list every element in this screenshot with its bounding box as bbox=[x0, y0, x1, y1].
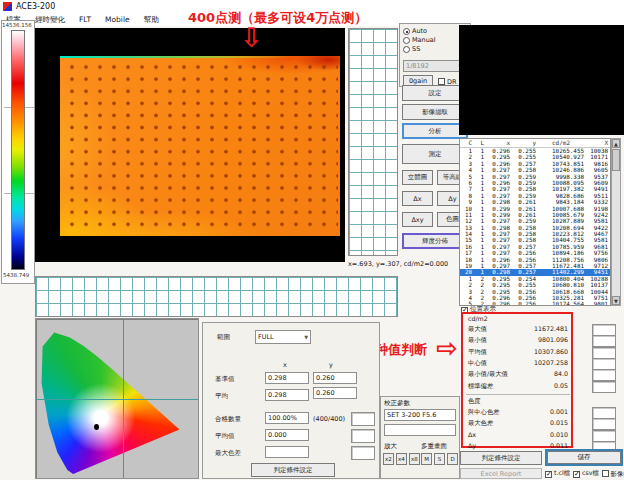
average-y-value: 0.260 bbox=[316, 389, 335, 397]
lum-indicator-box bbox=[592, 358, 616, 370]
radio-row-SS[interactable]: SS bbox=[403, 44, 467, 53]
chroma-stat-row: 最大色差0.015 bbox=[468, 419, 568, 428]
max-color-diff-label: 最大色差 bbox=[215, 449, 241, 458]
range-label: 範圍 bbox=[217, 333, 230, 342]
chroma-stat-row: Δx0.010 bbox=[468, 431, 568, 438]
cie-crosshair-horizontal bbox=[36, 399, 198, 400]
app-icon bbox=[3, 2, 12, 11]
lum-indicator-box bbox=[592, 381, 616, 393]
zoom-label: 放大 bbox=[384, 442, 397, 451]
lum-stat-row: 標準偏差0.05 bbox=[468, 382, 568, 391]
dr-checkbox[interactable] bbox=[438, 78, 445, 85]
file-checkbox[interactable] bbox=[602, 470, 609, 477]
average-x-value: 0.298 bbox=[268, 391, 287, 399]
calibration-header: 校正參數 bbox=[384, 399, 410, 408]
menu-item-Mobile[interactable]: Mobile bbox=[103, 15, 132, 24]
cie-diagram[interactable] bbox=[35, 318, 199, 479]
lum-indicator-box bbox=[592, 335, 616, 347]
column-header-C: C bbox=[460, 139, 474, 147]
radio-label-manual: Manual bbox=[412, 36, 436, 44]
judge-condition-button[interactable]: 判定條件設定 bbox=[460, 451, 542, 465]
average-x-field[interactable]: 0.298 bbox=[265, 389, 309, 401]
calibration-value-field[interactable]: SET 3-200 F5.6 bbox=[384, 409, 456, 421]
stat-label: 最小值/最大值 bbox=[468, 370, 508, 379]
file-check-csv檔[interactable]: ✓csv檔 bbox=[573, 469, 599, 479]
lum-stat-row: 最小值9801.096 bbox=[468, 336, 568, 345]
stat-label: Δx bbox=[468, 431, 476, 438]
radio-manual[interactable] bbox=[403, 37, 410, 44]
column-header-L: L bbox=[474, 139, 486, 147]
measurement-table[interactable]: CLxycd/m2X 110.2960.25510265.45510038210… bbox=[459, 138, 611, 306]
pass-percent-field: 100.00% bbox=[265, 412, 309, 424]
save-button[interactable]: 儲存 bbox=[547, 451, 621, 464]
menu-item-經時變化[interactable]: 經時變化 bbox=[33, 15, 67, 25]
delta-xy-button[interactable]: Δxy bbox=[402, 212, 433, 227]
lum-stat-row: 中心值10207.258 bbox=[468, 359, 568, 368]
stat-value: 0.015 bbox=[550, 419, 568, 428]
stat-value: 11672.481 bbox=[534, 325, 568, 334]
average-y-field[interactable]: 0.260 bbox=[313, 387, 357, 399]
annotation-400-points: 400点测（最多可设4万点测） bbox=[188, 9, 367, 27]
file-check-影像檔[interactable]: 影像檔 bbox=[602, 469, 624, 479]
pass-indicator-box bbox=[351, 412, 375, 426]
shutter-select[interactable]: 1/8192 ▼ bbox=[403, 60, 465, 72]
reference-x-field[interactable]: 0.298 bbox=[265, 372, 309, 384]
lum-stat-row: 最大值11672.481 bbox=[468, 325, 568, 334]
stat-value: 0.010 bbox=[550, 431, 568, 438]
stats-annotation-box: cd/m2最大值11672.481最小值9801.096平均值10307.860… bbox=[461, 312, 573, 448]
file-format-checkboxes: ✓t.cl檔✓csv檔影像檔 bbox=[545, 469, 624, 479]
multi-screen-S-button[interactable]: S bbox=[434, 453, 445, 465]
chevron-down-icon: ▼ bbox=[304, 334, 308, 340]
scrollbar-thumb[interactable] bbox=[612, 149, 620, 171]
menu-item-幫助[interactable]: 幫助 bbox=[142, 15, 161, 25]
radio-auto[interactable] bbox=[403, 28, 410, 35]
radio-row-Auto[interactable]: Auto bbox=[403, 26, 467, 35]
zoom-x4-button[interactable]: x4 bbox=[396, 453, 407, 465]
judgement-indicator-column bbox=[592, 312, 616, 452]
zoom-x2-button[interactable]: x2 bbox=[383, 453, 394, 465]
calibration-empty-field[interactable] bbox=[384, 424, 456, 436]
table-cell: 10174.564 bbox=[538, 301, 586, 306]
file-checkbox[interactable]: ✓ bbox=[545, 471, 552, 478]
right-arrow-icon: ⇨ bbox=[436, 333, 458, 363]
app-window: ACE3-200 檔案經時變化FLTMobile幫助 14536.156 543… bbox=[0, 0, 624, 480]
chroma-stat-row: 與中心色差0.001 bbox=[468, 408, 568, 417]
table-scrollbar[interactable]: ▲ ▼ bbox=[611, 138, 621, 306]
range-value: FULL bbox=[258, 333, 274, 341]
vertical-profile-grid bbox=[348, 28, 398, 256]
radio-ss[interactable] bbox=[403, 46, 410, 53]
zoom-x8-button[interactable]: x8 bbox=[409, 453, 420, 465]
lum-section-header: cd/m2 bbox=[468, 315, 488, 322]
file-check-label: csv檔 bbox=[582, 469, 599, 476]
stats-divider bbox=[466, 394, 570, 395]
stat-label: 與中心色差 bbox=[468, 408, 499, 417]
stat-label: 最大值 bbox=[468, 325, 487, 334]
reference-y-field[interactable]: 0.260 bbox=[313, 372, 357, 384]
mean-value: 0.000 bbox=[268, 431, 287, 439]
lum-indicator-box bbox=[592, 324, 616, 336]
file-check-t.cl檔[interactable]: ✓t.cl檔 bbox=[545, 469, 570, 479]
table-header: CLxycd/m2X bbox=[460, 139, 610, 148]
window-title: ACE3-200 bbox=[16, 2, 55, 11]
judge-settings-button[interactable]: 判定條件設定 bbox=[251, 463, 335, 477]
excel-report-button[interactable]: Excel Report bbox=[460, 468, 542, 479]
stereo-button[interactable]: 立體圖 bbox=[402, 170, 433, 185]
file-checkbox[interactable]: ✓ bbox=[573, 471, 580, 478]
radio-row-Manual[interactable]: Manual bbox=[403, 35, 467, 44]
table-body[interactable]: 110.2960.25510265.45510038210.2950.25510… bbox=[460, 148, 610, 306]
scroll-down-icon[interactable]: ▼ bbox=[612, 296, 620, 305]
multi-screen-D-button[interactable]: D bbox=[447, 453, 458, 465]
measurement-view[interactable] bbox=[35, 28, 345, 262]
max-color-diff-field bbox=[265, 446, 309, 458]
chroma-stat-row: Δy0.011 bbox=[468, 442, 568, 449]
range-select[interactable]: FULL ▼ bbox=[255, 330, 311, 344]
multi-screen-label: 多重畫面 bbox=[421, 442, 447, 451]
column-header-X: X bbox=[586, 139, 610, 147]
menu-item-FLT[interactable]: FLT bbox=[77, 15, 93, 24]
mean-value-field: 0.000 bbox=[265, 429, 309, 441]
delta-x-button[interactable]: Δx bbox=[402, 191, 433, 206]
scroll-up-icon[interactable]: ▲ bbox=[612, 139, 620, 148]
luminance-heatmap[interactable] bbox=[60, 56, 340, 236]
stat-value: 0.001 bbox=[550, 408, 568, 417]
multi-screen-M-button[interactable]: M bbox=[421, 453, 432, 465]
